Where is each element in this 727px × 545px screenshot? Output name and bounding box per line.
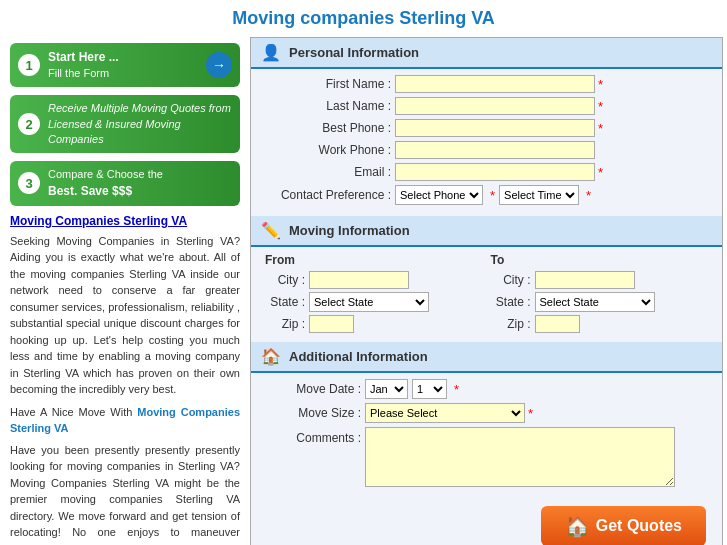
- last-name-row: Last Name : *: [261, 97, 712, 115]
- best-phone-input[interactable]: [395, 119, 595, 137]
- best-phone-label: Best Phone :: [261, 121, 391, 135]
- step-2-text: Receive Multiple Moving Quotes from Lice…: [48, 101, 232, 147]
- sidebar-para2: Have A Nice Move With Moving Companies S…: [10, 404, 240, 437]
- moving-info-title: Moving Information: [289, 223, 410, 238]
- moving-info-section: ✏️ Moving Information From City : State …: [251, 216, 722, 342]
- from-zip-row: Zip :: [265, 315, 483, 333]
- phone-pref-required: *: [490, 188, 495, 203]
- move-size-label: Move Size :: [261, 406, 361, 420]
- from-city-input[interactable]: [309, 271, 409, 289]
- first-name-input[interactable]: [395, 75, 595, 93]
- pencil-icon: ✏️: [261, 221, 281, 240]
- move-date-label: Move Date :: [261, 382, 361, 396]
- from-col: From City : State : Select State ALAKAZA…: [261, 253, 487, 336]
- from-state-label: State :: [265, 295, 305, 309]
- additional-info-section: 🏠 Additional Information Move Date : Jan…: [251, 342, 722, 498]
- first-name-required: *: [598, 77, 603, 92]
- step-2-box: 2 Receive Multiple Moving Quotes from Li…: [10, 95, 240, 153]
- to-city-input[interactable]: [535, 271, 635, 289]
- move-date-month-select[interactable]: JanFebMarApr MayJunJulAug SepOctNovDec: [365, 379, 408, 399]
- get-quotes-button[interactable]: 🏠 Get Quotes: [541, 506, 706, 545]
- move-date-row: Move Date : JanFebMarApr MayJunJulAug Se…: [261, 379, 712, 399]
- moving-cols: From City : State : Select State ALAKAZA…: [261, 253, 712, 336]
- select-phone-dropdown[interactable]: Select Phone Home Phone Work Phone Cell …: [395, 185, 483, 205]
- contact-pref-label: Contact Preference :: [261, 188, 391, 202]
- step-1-arrow: →: [206, 52, 232, 78]
- to-state-row: State : Select State ALAKAZAR CACOCTDE F…: [491, 292, 709, 312]
- email-row: Email : *: [261, 163, 712, 181]
- from-zip-input[interactable]: [309, 315, 354, 333]
- step-3-number: 3: [18, 172, 40, 194]
- best-phone-required: *: [598, 121, 603, 136]
- move-date-day-select[interactable]: 12345 678910 1112131415 1617181920 21222…: [412, 379, 447, 399]
- move-size-required: *: [528, 406, 533, 421]
- step-2-number: 2: [18, 113, 40, 135]
- to-state-select[interactable]: Select State ALAKAZAR CACOCTDE FLGAHIID …: [535, 292, 655, 312]
- time-pref-required: *: [586, 188, 591, 203]
- submit-row: 🏠 Get Quotes: [251, 498, 722, 545]
- sidebar-para3: Have you been presently presently presen…: [10, 442, 240, 545]
- first-name-label: First Name :: [261, 77, 391, 91]
- email-required: *: [598, 165, 603, 180]
- comments-textarea[interactable]: [365, 427, 675, 487]
- get-quotes-label: Get Quotes: [596, 517, 682, 535]
- comments-label: Comments :: [261, 427, 361, 445]
- from-state-row: State : Select State ALAKAZAR CACOCTDE F…: [265, 292, 483, 312]
- from-label: From: [265, 253, 487, 267]
- to-state-label: State :: [491, 295, 531, 309]
- to-zip-input[interactable]: [535, 315, 580, 333]
- personal-info-header: 👤 Personal Information: [251, 38, 722, 69]
- step-3-box: 3 Compare & Choose the Best. Save $$$: [10, 161, 240, 205]
- personal-info-section: 👤 Personal Information First Name : * La…: [251, 38, 722, 216]
- personal-info-title: Personal Information: [289, 45, 419, 60]
- from-state-select[interactable]: Select State ALAKAZAR CACOCTDE FLGAHIID …: [309, 292, 429, 312]
- step-3-text: Compare & Choose the Best. Save $$$: [48, 167, 232, 199]
- additional-info-title: Additional Information: [289, 349, 428, 364]
- contact-pref-row: Contact Preference : Select Phone Home P…: [261, 185, 712, 205]
- email-input[interactable]: [395, 163, 595, 181]
- work-phone-input[interactable]: [395, 141, 595, 159]
- page-title: Moving companies Sterling VA: [0, 0, 727, 35]
- sidebar-para1: Seeking Moving Companies in Sterling VA?…: [10, 233, 240, 398]
- to-city-row: City :: [491, 271, 709, 289]
- from-city-row: City :: [265, 271, 483, 289]
- email-label: Email :: [261, 165, 391, 179]
- move-size-row: Move Size : Please Select Studio/Efficie…: [261, 403, 712, 423]
- best-phone-row: Best Phone : *: [261, 119, 712, 137]
- work-phone-row: Work Phone :: [261, 141, 712, 159]
- select-time-dropdown[interactable]: Select Time Morning Afternoon Evening: [499, 185, 579, 205]
- home-icon: 🏠: [261, 347, 281, 366]
- move-date-required: *: [454, 382, 459, 397]
- first-name-row: First Name : *: [261, 75, 712, 93]
- step-1-text: Start Here ... Fill the Form: [48, 49, 200, 81]
- sidebar-link[interactable]: Moving Companies Sterling VA: [10, 214, 240, 228]
- sidebar: 1 Start Here ... Fill the Form → 2 Recei…: [0, 35, 250, 545]
- last-name-input[interactable]: [395, 97, 595, 115]
- last-name-label: Last Name :: [261, 99, 391, 113]
- step-1-number: 1: [18, 54, 40, 76]
- from-city-label: City :: [265, 273, 305, 287]
- from-zip-label: Zip :: [265, 317, 305, 331]
- additional-info-header: 🏠 Additional Information: [251, 342, 722, 373]
- comments-row: Comments :: [261, 427, 712, 487]
- house-icon: 🏠: [565, 514, 590, 538]
- to-city-label: City :: [491, 273, 531, 287]
- to-zip-row: Zip :: [491, 315, 709, 333]
- last-name-required: *: [598, 99, 603, 114]
- person-icon: 👤: [261, 43, 281, 62]
- to-label: To: [491, 253, 713, 267]
- to-col: To City : State : Select State ALAKAZAR …: [487, 253, 713, 336]
- to-zip-label: Zip :: [491, 317, 531, 331]
- form-panel: 👤 Personal Information First Name : * La…: [250, 37, 723, 545]
- work-phone-label: Work Phone :: [261, 143, 391, 157]
- moving-info-header: ✏️ Moving Information: [251, 216, 722, 247]
- move-size-select[interactable]: Please Select Studio/Efficiency 1 Bedroo…: [365, 403, 525, 423]
- step-1-box: 1 Start Here ... Fill the Form →: [10, 43, 240, 87]
